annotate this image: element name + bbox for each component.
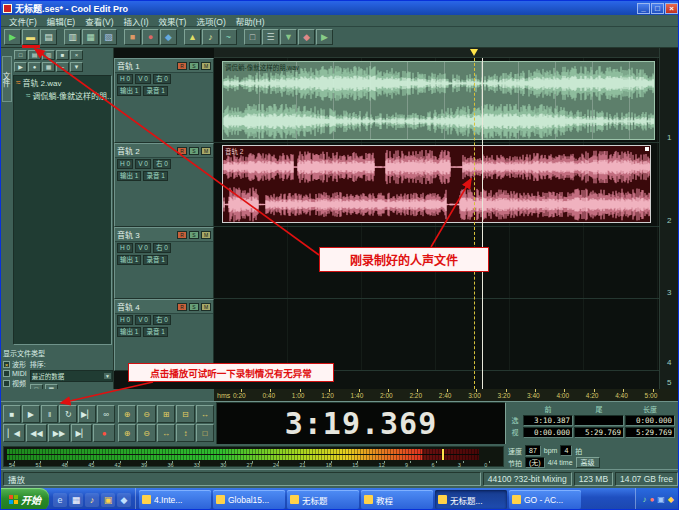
param-value[interactable]: V 0 [135, 74, 151, 84]
menu-item-文件(F)[interactable]: 文件(F) [5, 15, 41, 27]
timeline-ruler-scale[interactable]: hms0:200:401:001:201:402:002:202:403:003… [214, 389, 679, 401]
transport-button[interactable]: ▶▶ [48, 424, 70, 442]
menu-item-插入(I)[interactable]: 插入(I) [120, 15, 153, 27]
record-arm-button[interactable]: R [177, 231, 187, 239]
menu-item-帮助(H)[interactable]: 帮助(H) [232, 15, 269, 27]
zoom-button[interactable]: ⊞ [157, 405, 175, 423]
panel-button[interactable]: ▦ [42, 62, 55, 72]
filetype-option[interactable]: ×波形 [3, 359, 27, 369]
toolbar-button[interactable]: ☰ [262, 29, 279, 45]
volume-icon[interactable]: ♪ [642, 495, 646, 504]
zoom-button[interactable]: ⊖ [137, 405, 155, 423]
solo-button[interactable]: S [189, 231, 199, 239]
network-icon[interactable]: ▣ [657, 495, 665, 504]
checkbox[interactable] [3, 370, 10, 377]
track-name[interactable]: 音轨 4 [117, 301, 175, 312]
track-name[interactable]: 音轨 3 [117, 229, 175, 240]
mute-button[interactable]: M [201, 231, 211, 239]
track-name[interactable]: 音轨 2 [117, 145, 175, 156]
audio-clip-music[interactable]: 调侃躺-像就这样的朋.wav [222, 61, 655, 140]
io-value[interactable]: 输出 1 [117, 255, 141, 265]
param-value[interactable]: 右 0 [153, 315, 171, 325]
toolbar-button[interactable]: ◆ [160, 29, 177, 45]
zoom-button[interactable]: ⊕ [118, 424, 136, 442]
transport-button[interactable]: ▶▏ [78, 405, 96, 423]
timeline-marker-strip[interactable] [214, 48, 659, 58]
panel-button[interactable]: ■ [56, 50, 69, 60]
param-value[interactable]: 右 0 [153, 74, 171, 84]
zoom-button[interactable]: ⊟ [176, 405, 194, 423]
audio-clip-vocal[interactable]: 音轨 2 [222, 145, 651, 223]
transport-button[interactable]: ▶▏ [71, 424, 93, 442]
minimize-button[interactable]: _ [637, 3, 650, 14]
zoom-button[interactable]: □ [196, 424, 214, 442]
track-name[interactable]: 音轨 1 [117, 60, 175, 71]
param-value[interactable]: H 0 [117, 315, 133, 325]
mute-button[interactable]: M [201, 62, 211, 70]
solo-button[interactable]: S [189, 147, 199, 155]
transport-button[interactable]: ∞ [97, 405, 115, 423]
tempo-value[interactable]: 4 [560, 445, 572, 456]
io-value[interactable]: 录音 1 [143, 327, 167, 337]
param-value[interactable]: V 0 [135, 159, 151, 169]
toolbar-button[interactable]: ▼ [280, 29, 297, 45]
file-item[interactable]: ≈音轨 2.wav [14, 76, 111, 89]
toolbar-button[interactable]: ● [142, 29, 159, 45]
messenger-icon[interactable]: ◆ [668, 495, 674, 504]
filetype-option[interactable]: 视频 [3, 378, 27, 388]
panel-button[interactable]: ▤ [28, 50, 41, 60]
checkbox[interactable]: × [3, 361, 10, 368]
track-lane[interactable] [214, 299, 659, 371]
toolbar-button[interactable]: ♪ [202, 29, 219, 45]
io-value[interactable]: 录音 1 [143, 171, 167, 181]
solo-button[interactable]: S [189, 303, 199, 311]
file-item[interactable]: ≈调侃躺-像就这样的朋... [14, 89, 111, 102]
transport-button[interactable]: ‖ [41, 405, 59, 423]
param-value[interactable]: H 0 [117, 243, 133, 253]
zoom-button[interactable]: ↕ [176, 424, 194, 442]
toolbar-button[interactable]: ▧ [100, 29, 117, 45]
param-value[interactable]: H 0 [117, 159, 133, 169]
close-button[interactable]: × [665, 3, 678, 14]
param-value[interactable]: V 0 [135, 315, 151, 325]
record-arm-button[interactable]: R [177, 147, 187, 155]
taskbar-task[interactable]: GO - AC... [509, 490, 581, 509]
record-button[interactable]: ● [93, 424, 115, 442]
play-button[interactable]: ▶ [22, 405, 40, 423]
show-desktop-icon[interactable]: ▦ [69, 493, 83, 507]
param-value[interactable]: 右 0 [153, 159, 171, 169]
record-arm-button[interactable]: R [177, 62, 187, 70]
solo-button[interactable]: S [189, 62, 199, 70]
taskbar-task[interactable]: 教程 [361, 490, 433, 509]
start-button[interactable]: 开始 [1, 488, 49, 510]
taskbar-task[interactable]: 无标题... [435, 490, 507, 509]
io-value[interactable]: 录音 1 [143, 255, 167, 265]
zoom-button[interactable]: ⊕ [118, 405, 136, 423]
track-lane[interactable]: 调侃躺-像就这样的朋.wav [214, 58, 659, 143]
panel-button[interactable]: ● [28, 62, 41, 72]
param-value[interactable]: H 0 [117, 74, 133, 84]
stop-button[interactable]: ■ [3, 405, 21, 423]
panel-button[interactable]: ▶ [14, 62, 27, 72]
menu-item-效果(T)[interactable]: 效果(T) [155, 15, 191, 27]
panel-button[interactable]: × [70, 50, 83, 60]
taskbar-task[interactable]: Global15... [213, 490, 285, 509]
toolbar-button[interactable]: ~ [220, 29, 237, 45]
panel-button[interactable]: ▥ [42, 50, 55, 60]
zoom-button[interactable]: ⊖ [137, 424, 155, 442]
track-index-strip[interactable]: 12345 [659, 48, 679, 389]
files-tab[interactable]: 文件 [2, 56, 12, 102]
toolbar-button[interactable]: □ [244, 29, 261, 45]
taskbar-task[interactable]: 4.Inte... [139, 490, 211, 509]
level-meter[interactable]: 5451484542393633302724211815129630 [3, 446, 504, 467]
param-value[interactable]: 右 0 [153, 243, 171, 253]
media-player-icon[interactable]: ♪ [85, 493, 99, 507]
advanced-button[interactable]: 高级 [576, 457, 600, 468]
checkbox[interactable] [3, 380, 10, 387]
playhead-marker-icon[interactable] [470, 49, 478, 56]
transport-button[interactable]: ◀◀ [26, 424, 48, 442]
tempo-value[interactable]: 87 [525, 445, 541, 456]
toolbar-button[interactable]: ▶ [316, 29, 333, 45]
maximize-button[interactable]: □ [651, 3, 664, 14]
toolbar-button[interactable]: ▶ [4, 29, 21, 45]
